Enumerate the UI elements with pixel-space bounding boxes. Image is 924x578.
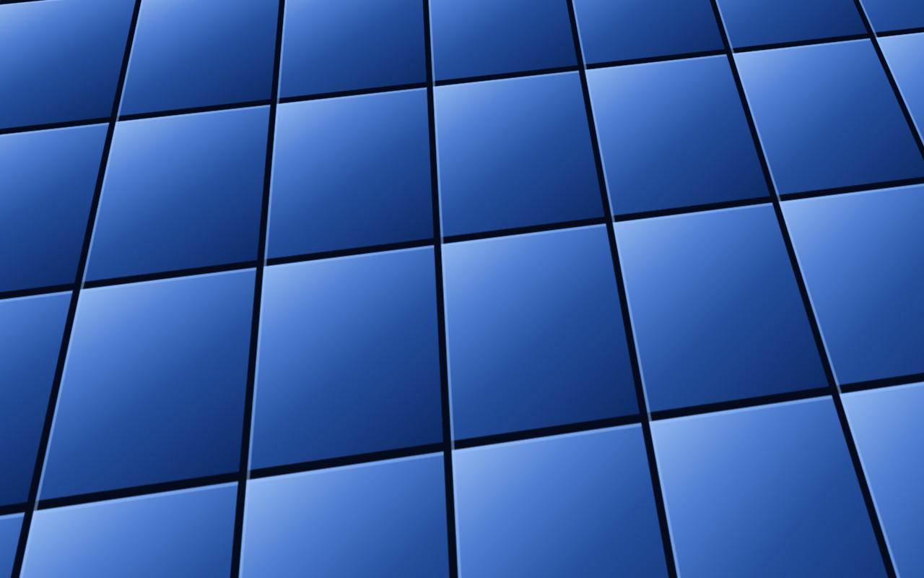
minimize-button[interactable] bbox=[622, 272, 635, 285]
close-button[interactable] bbox=[658, 272, 671, 285]
notifications-button[interactable] bbox=[788, 4, 803, 20]
window-icon bbox=[261, 273, 271, 284]
desktop-icon-home[interactable]: Home bbox=[12, 36, 77, 86]
dragon-highlight bbox=[413, 131, 435, 147]
panel-separator bbox=[256, 5, 256, 20]
firefox-icon bbox=[99, 4, 115, 20]
desktop-icon-floppy-disk[interactable]: Floppy Disk bbox=[12, 283, 77, 333]
search-icon bbox=[263, 300, 283, 319]
workspace-3-button[interactable]: 3 bbox=[205, 0, 227, 24]
desktop-icon-label: File System bbox=[20, 137, 67, 147]
workspace-1-label: 1 bbox=[169, 7, 175, 18]
desktop-icon-kali-docs[interactable]: Kali Linux a... bbox=[12, 221, 77, 271]
file-manager-dark-button[interactable] bbox=[26, 1, 49, 22]
text-editor-button[interactable] bbox=[72, 1, 95, 22]
keyboard-layout-button[interactable] bbox=[735, 4, 749, 20]
status-indicator-button[interactable] bbox=[815, 4, 829, 20]
volume-icon bbox=[762, 7, 775, 18]
search-input[interactable] bbox=[291, 298, 666, 321]
keyboard-icon bbox=[736, 7, 749, 17]
terminal-icon bbox=[123, 6, 137, 19]
power-icon bbox=[901, 7, 912, 18]
power-button[interactable] bbox=[899, 4, 914, 20]
status-circle-icon bbox=[816, 6, 828, 18]
lock-screen-button[interactable] bbox=[873, 4, 887, 20]
wallpaper-cube bbox=[736, 311, 834, 407]
maximize-button[interactable] bbox=[640, 272, 653, 285]
application-finder-window: Application Finder bbox=[254, 268, 677, 359]
top-panel: 1 2 3 4 bbox=[0, 0, 924, 24]
desktop-icon-label: Trash bbox=[32, 199, 56, 210]
panel-separator bbox=[154, 5, 154, 20]
search-input-field[interactable] bbox=[301, 304, 648, 315]
preferences-label: Preferences bbox=[287, 334, 338, 345]
workspace-2-label: 2 bbox=[191, 7, 197, 18]
clock[interactable]: 2:39 bbox=[842, 4, 860, 20]
kali-dragon-silhouette bbox=[188, 79, 650, 419]
desktop-icon-label: Floppy Disk bbox=[20, 323, 67, 333]
finder-body: Preferences Launch bbox=[255, 289, 676, 358]
workspace-1-button[interactable]: 1 bbox=[160, 0, 183, 24]
bell-icon bbox=[790, 6, 801, 18]
app-finder-task-icon bbox=[269, 6, 282, 19]
workspace-3-label: 3 bbox=[214, 7, 219, 18]
wallpaper-cube bbox=[58, 88, 184, 174]
workspace-2-button[interactable]: 2 bbox=[183, 0, 205, 24]
clock-label: 2:39 bbox=[842, 7, 860, 17]
system-tray: 2:39 bbox=[735, 4, 918, 20]
floppy-disk-icon bbox=[28, 285, 60, 316]
kali-docs-icon bbox=[28, 223, 60, 254]
desktop-icon-label: Kali Linux a... bbox=[17, 261, 71, 271]
launch-label: Launch bbox=[627, 334, 658, 345]
close-icon bbox=[661, 275, 668, 282]
desktop-icon-label: Home bbox=[32, 76, 56, 86]
kali-menu-button[interactable] bbox=[3, 1, 26, 22]
desktop-icon-file-system[interactable]: File System bbox=[12, 98, 77, 147]
wallpaper-cube bbox=[0, 402, 147, 559]
workspace-4-button[interactable]: 4 bbox=[227, 0, 250, 24]
file-manager-button[interactable] bbox=[49, 1, 72, 22]
home-icon bbox=[27, 38, 61, 69]
window-title: Application Finder bbox=[255, 274, 676, 284]
folder-icon bbox=[53, 6, 69, 19]
volume-button[interactable] bbox=[762, 4, 776, 20]
text-editor-icon bbox=[77, 4, 91, 20]
preferences-button[interactable]: Preferences bbox=[263, 329, 346, 349]
trash-icon bbox=[29, 161, 59, 193]
wallpaper-cube bbox=[828, 27, 913, 111]
window-titlebar[interactable]: Application Finder bbox=[255, 269, 676, 289]
file-system-icon bbox=[28, 99, 60, 131]
kali-logo-icon bbox=[6, 4, 23, 21]
desktop-icon-trash[interactable]: Trash bbox=[12, 160, 77, 210]
lock-icon bbox=[876, 7, 885, 18]
gear-icon bbox=[272, 335, 282, 345]
chevron-down-icon bbox=[139, 10, 145, 14]
launch-button[interactable]: Launch bbox=[603, 329, 666, 349]
terminal-launcher-group[interactable] bbox=[120, 2, 148, 22]
app-finder-task-button[interactable] bbox=[262, 0, 288, 24]
workspace-4-label: 4 bbox=[236, 7, 242, 18]
firefox-button[interactable] bbox=[95, 1, 118, 22]
desktop-icon-list: Home File System Trash bbox=[12, 36, 77, 333]
launch-icon bbox=[612, 335, 622, 344]
file-manager-dark-icon bbox=[30, 5, 45, 20]
dropdown-arrow-icon[interactable] bbox=[648, 303, 659, 316]
wallpaper-cube bbox=[683, 213, 795, 318]
